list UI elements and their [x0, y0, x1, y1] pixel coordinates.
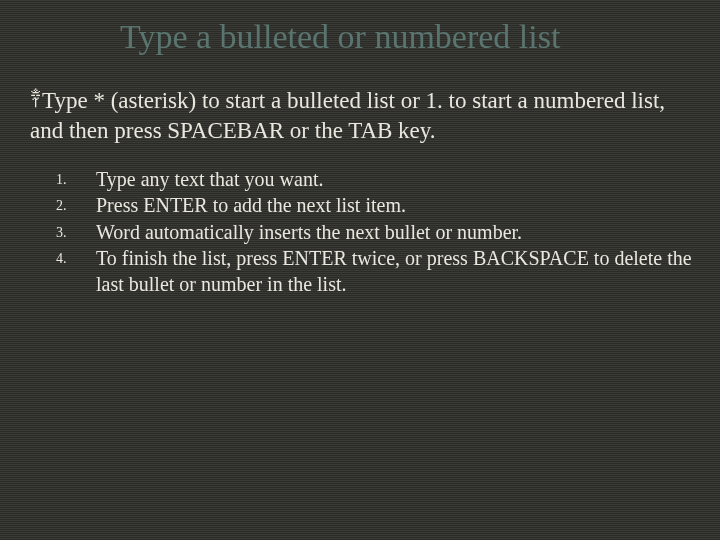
list-item: Word automatically inserts the next bull…: [56, 219, 720, 245]
numbered-steps: Type any text that you want. Press ENTER…: [0, 166, 720, 298]
slide-title: Type a bulleted or numbered list: [0, 0, 720, 56]
list-item: Press ENTER to add the next list item.: [56, 192, 720, 218]
list-item: Type any text that you want.: [56, 166, 720, 192]
intro-body: Type * (asterisk) to start a bulleted li…: [30, 88, 665, 143]
bullet-icon: ༒: [30, 86, 40, 112]
intro-text: ༒Type * (asterisk) to start a bulleted l…: [0, 86, 720, 146]
list-item: To finish the list, press ENTER twice, o…: [56, 245, 720, 298]
